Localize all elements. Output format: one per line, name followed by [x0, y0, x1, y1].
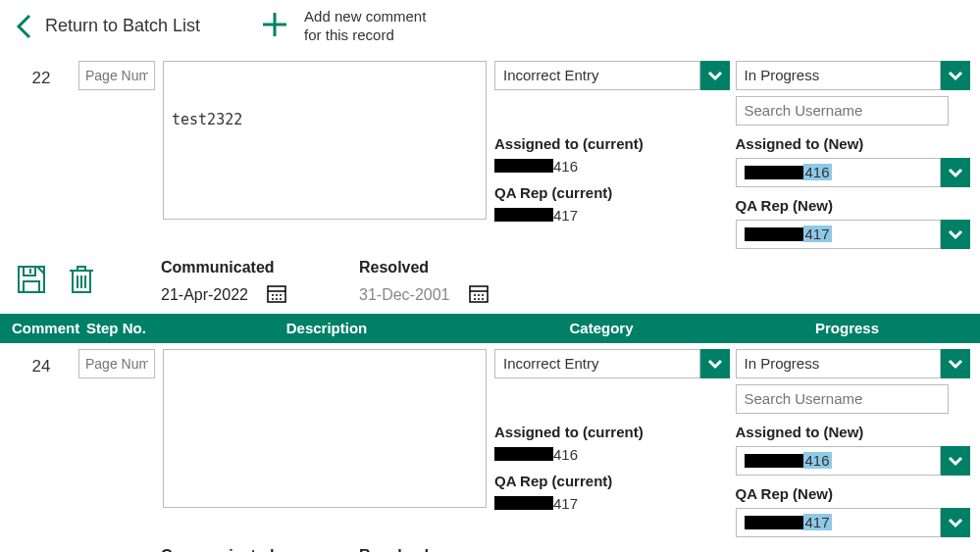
chevron-down-icon	[947, 226, 964, 243]
assigned-new-select[interactable]: 416	[736, 446, 942, 476]
progress-dropdown-button[interactable]	[941, 349, 970, 378]
redacted-text	[494, 496, 553, 510]
svg-point-14	[280, 294, 282, 296]
communicated-label: Communicated	[161, 547, 349, 553]
comment-number: 22	[12, 61, 71, 88]
svg-point-23	[474, 298, 476, 300]
th-progress: Progress	[714, 320, 980, 336]
qa-new-select[interactable]: 417	[736, 220, 942, 249]
communicated-date-picker[interactable]	[266, 282, 287, 308]
redacted-text	[494, 159, 553, 173]
save-icon	[16, 264, 47, 295]
svg-point-24	[478, 298, 480, 300]
add-comment-label: Add new comment for this record	[304, 8, 426, 45]
chevron-down-icon	[947, 164, 964, 181]
svg-point-22	[482, 294, 484, 296]
save-button[interactable]	[16, 264, 47, 298]
plus-icon	[259, 9, 290, 40]
svg-point-21	[478, 294, 480, 296]
chevron-left-icon	[14, 13, 35, 40]
trash-icon	[67, 264, 96, 295]
progress-select[interactable]: In Progress	[736, 349, 942, 378]
assigned-new-dropdown-button[interactable]	[941, 158, 970, 187]
step-number-input[interactable]	[78, 349, 155, 378]
delete-button[interactable]	[67, 264, 96, 298]
description-textarea[interactable]	[163, 61, 487, 220]
qa-new-label: QA Rep (New)	[736, 485, 971, 502]
qa-current-label: QA Rep (current)	[494, 184, 730, 201]
assigned-new-label: Assigned to (New)	[736, 424, 971, 440]
qa-new-dropdown-button[interactable]	[941, 220, 970, 249]
redacted-text	[494, 208, 553, 222]
category-dropdown-button[interactable]	[700, 349, 730, 378]
progress-select[interactable]: In Progress	[736, 61, 942, 90]
svg-point-12	[272, 294, 274, 296]
comment-record: 22 Incorrect Entry Assigned to (current)	[0, 55, 980, 314]
assigned-current-value: 416	[494, 446, 730, 463]
chevron-down-icon	[947, 355, 964, 373]
svg-rect-4	[24, 281, 39, 292]
assigned-new-dropdown-button[interactable]	[941, 446, 970, 476]
records-scroll-area[interactable]: 22 Incorrect Entry Assigned to (current)	[0, 55, 980, 553]
svg-point-16	[276, 298, 278, 300]
chevron-down-icon	[706, 67, 724, 84]
step-number-input[interactable]	[78, 61, 155, 90]
svg-point-13	[276, 294, 278, 296]
chevron-down-icon	[947, 514, 964, 531]
progress-dropdown-button[interactable]	[941, 61, 970, 90]
search-username-input[interactable]	[736, 384, 949, 414]
th-comment: Comment	[8, 320, 86, 336]
qa-current-label: QA Rep (current)	[494, 473, 730, 489]
resolved-label: Resolved	[359, 259, 547, 276]
svg-point-15	[272, 298, 274, 300]
comment-number: 24	[12, 349, 71, 376]
table-header-row: Comment Step No. Description Category Pr…	[0, 314, 980, 343]
svg-point-20	[474, 294, 476, 296]
chevron-down-icon	[706, 355, 724, 373]
category-select[interactable]: Incorrect Entry	[494, 349, 700, 378]
calendar-icon	[266, 282, 287, 304]
redacted-text	[745, 166, 803, 179]
category-select[interactable]: Incorrect Entry	[494, 61, 700, 90]
th-category: Category	[489, 320, 714, 336]
qa-current-value: 417	[494, 207, 730, 224]
qa-new-label: QA Rep (New)	[736, 197, 971, 214]
assigned-current-label: Assigned to (current)	[494, 424, 730, 440]
svg-point-17	[280, 298, 282, 300]
description-textarea[interactable]	[163, 349, 487, 508]
qa-new-select[interactable]: 417	[736, 508, 942, 537]
resolved-date: 31-Dec-2001	[359, 286, 450, 304]
redacted-text	[745, 454, 803, 468]
return-to-batch-list-link[interactable]: Return to Batch List	[14, 13, 200, 40]
communicated-date: 21-Apr-2022	[161, 286, 248, 304]
search-username-input[interactable]	[736, 96, 949, 125]
svg-point-25	[482, 298, 484, 300]
calendar-icon	[468, 282, 490, 304]
qa-new-dropdown-button[interactable]	[941, 508, 970, 537]
qa-current-value: 417	[494, 495, 730, 512]
category-dropdown-button[interactable]	[700, 61, 730, 90]
comment-record: 24 Incorrect Entry Assigned to (current)	[0, 343, 980, 553]
redacted-text	[745, 516, 803, 529]
redacted-text	[494, 447, 553, 461]
add-comment-button[interactable]	[259, 9, 290, 43]
redacted-text	[745, 227, 803, 241]
assigned-current-value: 416	[494, 158, 730, 175]
th-description: Description	[165, 320, 489, 336]
assigned-new-label: Assigned to (New)	[736, 135, 971, 152]
resolved-label: Resolved	[359, 547, 547, 553]
assigned-current-label: Assigned to (current)	[494, 135, 730, 152]
chevron-down-icon	[947, 452, 964, 470]
communicated-label: Communicated	[161, 259, 349, 276]
resolved-date-picker[interactable]	[468, 282, 490, 308]
return-label: Return to Batch List	[45, 16, 200, 36]
th-step: Step No.	[86, 320, 165, 336]
assigned-new-select[interactable]: 416	[736, 158, 942, 187]
chevron-down-icon	[947, 67, 964, 84]
